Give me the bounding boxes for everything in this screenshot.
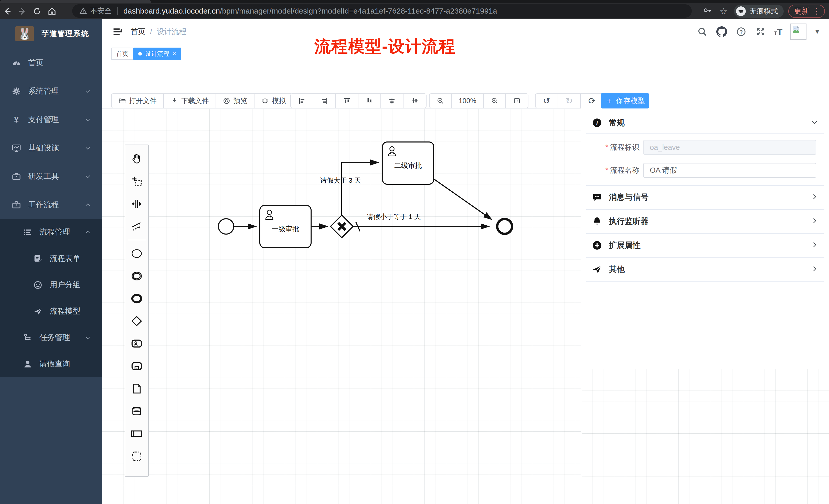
panel-divider [586,281,824,282]
browser-menu-icon[interactable]: ⋮ [813,7,821,15]
section-general[interactable]: i 常规 [581,114,829,132]
section-execution-listener[interactable]: 执行监听器 [581,210,829,233]
back-icon[interactable] [0,5,15,17]
sidebar-item-devtools[interactable]: 研发工具 [0,162,102,191]
sidebar-item-label: 用户分组 [50,280,80,290]
breadcrumb-home[interactable]: 首页 [131,27,145,37]
process-name-input[interactable] [643,163,816,178]
bookmark-star-icon[interactable]: ☆ [718,6,729,16]
password-key-icon[interactable] [701,6,713,16]
align-top-button[interactable] [336,94,358,108]
form-edit-icon [33,254,43,264]
sidebar-item-label: 基础设施 [28,143,59,153]
user-task-2[interactable]: 二级审批 [383,142,434,184]
fullscreen-icon[interactable] [755,26,766,38]
section-title: 执行监听器 [609,216,649,227]
logo[interactable]: 🐰 芋道管理系统 [0,19,102,49]
github-icon[interactable] [716,26,728,38]
align-right-button[interactable] [313,94,336,108]
zoom-in-button[interactable] [484,94,506,108]
undo-button[interactable]: ↺ [536,94,558,108]
sidebar-item-leave-query[interactable]: 请假查询 [0,351,102,377]
tab-design-process[interactable]: 设计流程 × [133,48,181,60]
flow-gateway-to-task2[interactable] [342,162,379,215]
tab-home[interactable]: 首页 [111,48,134,60]
panel-divider [586,133,824,133]
open-file-button[interactable]: 打开文件 [112,94,164,108]
chevron-right-icon [810,241,818,250]
bpmn-canvas[interactable]: 请假大于 3 天 请假小于等于 1 天 一级审批 [102,109,581,504]
restart-button[interactable]: ⟳ [581,94,603,108]
sidebar-item-label: 研发工具 [28,171,59,182]
sidebar-item-process-mgmt[interactable]: 流程管理 [0,219,102,245]
sidebar-item-label: 工作流程 [28,200,59,210]
annotation-title: 流程模型-设计流程 [314,35,456,57]
gear-icon [11,86,22,96]
zoom-level[interactable]: 100% [452,94,484,108]
align-vcenter-button[interactable] [381,94,403,108]
zoom-out-button[interactable] [430,94,452,108]
download-file-button[interactable]: 下载文件 [164,94,216,108]
flow-task2-to-end[interactable] [434,179,492,220]
section-message-signal[interactable]: 消息与信号 [581,186,829,209]
monitor-icon [11,143,22,153]
condition-label-le[interactable]: 请假小于等于 1 天 [367,213,421,221]
broken-image-icon [792,25,800,34]
address-bar[interactable]: 不安全 dashboard.yudao.iocoder.cn/bpm/manag… [72,4,692,18]
sidebar-item-process-form[interactable]: 流程表单 [0,245,102,272]
incognito-label: 无痕模式 [749,6,778,16]
section-other[interactable]: 其他 [581,258,829,281]
user-group-icon [33,280,43,290]
incognito-badge[interactable]: 无痕模式 [734,5,784,18]
designer-toolbar: 打开文件 下载文件 预览 模拟 [102,63,829,109]
url-host: dashboard.yudao.iocoder.cn [123,7,220,15]
sidebar-item-task-mgmt[interactable]: 任务管理 [0,324,102,351]
exclusive-gateway[interactable] [330,215,353,238]
browser-tabstrip [0,0,829,3]
redo-button[interactable]: ↻ [558,94,581,108]
zoom-fit-button[interactable] [506,94,528,108]
sidebar-item-label: 首页 [28,57,43,68]
condition-label-gt[interactable]: 请假大于 3 天 [320,177,361,184]
sidebar-item-payment[interactable]: ¥ 支付管理 [0,105,102,134]
security-warning[interactable]: 不安全 [79,6,112,16]
help-icon[interactable]: ? [735,26,747,38]
preview-button[interactable]: 预览 [216,94,254,108]
align-bottom-button[interactable] [358,94,381,108]
process-key-input[interactable] [643,140,816,155]
sidebar-item-system[interactable]: 系统管理 [0,77,102,105]
sidebar-item-infra[interactable]: 基础设施 [0,134,102,162]
chevron-up-icon [84,229,91,236]
avatar-caret-icon[interactable]: ▼ [814,28,820,35]
sidebar-item-home[interactable]: 首页 [0,49,102,77]
simulate-button[interactable]: 模拟 [254,94,292,108]
sidebar-item-workflow[interactable]: 工作流程 [0,191,102,219]
font-size-icon[interactable]: тT [774,27,783,37]
browser-update-button[interactable]: 更新 ⋮ [788,5,825,18]
search-icon[interactable] [696,26,708,38]
zoom-level-label: 100% [459,97,476,105]
close-icon[interactable]: × [173,50,176,57]
info-icon: i [592,118,602,128]
reload-icon[interactable] [30,5,44,17]
start-event[interactable] [218,219,234,234]
sidebar-item-label: 流程模型 [50,306,80,316]
align-hcenter-button[interactable] [403,94,426,108]
tree-icon [23,333,33,343]
align-left-button[interactable] [291,94,313,108]
forward-icon[interactable] [15,5,30,17]
home-icon[interactable] [44,5,60,17]
dashboard-icon [11,58,22,68]
section-extended-attributes[interactable]: 扩展属性 [581,234,829,257]
browser-chrome: 不安全 dashboard.yudao.iocoder.cn/bpm/manag… [0,0,829,19]
collapse-sidebar-icon[interactable] [112,26,123,37]
user-task-1[interactable]: 一级审批 [260,205,311,248]
avatar[interactable] [790,24,806,40]
save-model-button[interactable]: ＋ 保存模型 [601,93,649,109]
browser-active-tab[interactable] [0,0,151,3]
end-event[interactable] [497,219,512,234]
bell-icon [592,216,602,226]
send-icon [592,264,602,274]
sidebar-item-user-group[interactable]: 用户分组 [0,272,102,298]
sidebar-item-process-model[interactable]: 流程模型 [0,298,102,324]
